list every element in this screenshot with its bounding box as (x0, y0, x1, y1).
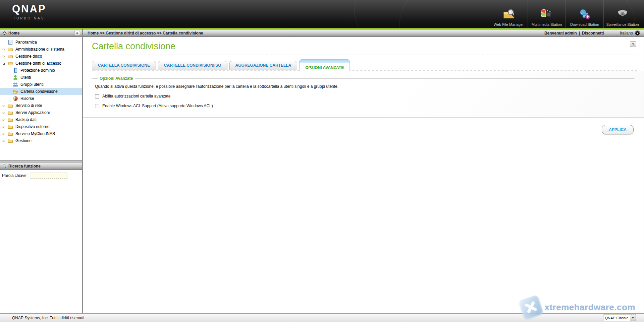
tree-item-label: Backup dati (15, 117, 37, 122)
station-label: Download Station (570, 22, 599, 26)
sidebar-title: Home (8, 31, 19, 36)
tree-item-label: Amministrazione di sistema (15, 47, 64, 52)
overview-icon (8, 40, 13, 45)
users-icon (13, 82, 18, 87)
checkbox-label: Abilita autorizzazioni cartella avanzate (102, 94, 170, 99)
sidebar: Home « Panoramica▷Amministrazione di sis… (0, 29, 83, 313)
turbo-nas-subtitle: TURBO NAS (12, 16, 46, 20)
tree-item-label: Gestione (15, 138, 32, 143)
qnap-logo: QNAP TURBO NAS (0, 0, 46, 28)
navigation-tree: Panoramica▷Amministrazione di sistema▷Ge… (0, 37, 82, 160)
sidebar-item-cartella-condivisione[interactable]: Cartella condivisione (0, 88, 82, 95)
tree-item-label: Utenti (20, 75, 31, 80)
sidebar-item-dispositivo-esterno[interactable]: ▷Dispositivo esterno (0, 123, 82, 130)
tree-item-label: Risorse (20, 96, 34, 101)
collapsed-arrow-icon[interactable]: ▷ (3, 55, 8, 58)
surveillance-station-icon (616, 7, 629, 21)
help-button[interactable]: ? (630, 41, 636, 47)
sidebar-home-header: Home « (0, 29, 82, 37)
sidebar-item-gestione[interactable]: ▷Gestione (0, 137, 82, 144)
tree-item-label: Cartella condivisione (20, 89, 58, 94)
apply-row: APPLICA (83, 118, 644, 134)
tree-item-label: Gestione disco (15, 54, 42, 59)
tab-cartella-condivisione[interactable]: CARTELLA CONDIVISIONE (92, 61, 156, 70)
tree-item-label: Server Applicazioni (15, 110, 50, 115)
station-label: Multimedia Station (532, 22, 562, 26)
function-search-panel: Parola chiave : (0, 170, 82, 313)
sidebar-item-server-applicazioni[interactable]: ▷Server Applicazioni (0, 109, 82, 116)
collapsed-arrow-icon[interactable]: ▷ (3, 118, 8, 121)
welcome-separator: | (579, 31, 580, 36)
chevron-down-icon[interactable]: ▼ (630, 315, 636, 321)
copyright-text: QNAP Systems, Inc. Tutti i diritti riser… (12, 316, 84, 320)
keyword-input[interactable] (30, 173, 67, 179)
download-station-icon (578, 7, 591, 21)
function-search-header: Ricerca funzione (0, 163, 82, 170)
tree-item-label: Servizio MyCloudNAS (15, 131, 55, 136)
home-icon (2, 31, 7, 36)
user-icon (13, 75, 18, 80)
tree-item-label: Servizio di rete (15, 103, 42, 108)
qnap-logo-text: QNAP (12, 4, 46, 14)
tree-item-label: Panoramica (15, 40, 37, 45)
station-web-file-manager[interactable]: Web File Manager (490, 0, 528, 28)
sidebar-item-panoramica[interactable]: Panoramica (0, 39, 82, 46)
station-surveillance-station[interactable]: Surveillance Station (603, 0, 641, 28)
sidebar-item-servizio-mycloudnas[interactable]: ▷Servizio MyCloudNAS (0, 130, 82, 137)
sidebar-item-servizio-di-rete[interactable]: ▷Servizio di rete (0, 102, 82, 109)
tab-opzioni-avanzate[interactable]: OPZIONI AVANZATE (299, 59, 350, 71)
welcome-text: Benvenuti admin (544, 31, 577, 36)
sidebar-item-gestione-diritti-di-accesso[interactable]: ◢Gestione diritti di accesso (0, 60, 82, 67)
collapsed-arrow-icon[interactable]: ▷ (3, 139, 8, 142)
tree-item-label: Protezione dominio (20, 68, 55, 73)
keyword-label: Parola chiave : (2, 173, 29, 179)
station-multimedia-station[interactable]: Multimedia Station (528, 0, 566, 28)
folder-icon (8, 117, 13, 122)
expanded-arrow-icon[interactable]: ◢ (3, 62, 8, 65)
breadcrumb[interactable]: Home >> Gestione diritti di accesso >> C… (88, 31, 203, 36)
chart-icon (13, 96, 18, 101)
sidebar-item-gruppi-utenti[interactable]: Gruppi utenti (0, 81, 82, 88)
apply-button[interactable]: APPLICA (602, 125, 634, 134)
logout-link[interactable]: Disconnetti (582, 31, 604, 36)
folder-icon (8, 124, 13, 129)
folder-icon (8, 54, 13, 59)
sidebar-item-risorse[interactable]: Risorse (0, 95, 82, 102)
footer-bar: QNAP Systems, Inc. Tutti i diritti riser… (0, 313, 644, 322)
web-file-manager-icon (502, 7, 515, 21)
book-icon (13, 68, 18, 73)
checkbox[interactable] (95, 94, 99, 99)
collapsed-arrow-icon[interactable]: ▷ (3, 111, 8, 114)
station-download-station[interactable]: Download Station (566, 0, 603, 28)
options-checkbox-list: Abilita autorizzazioni cartella avanzate… (94, 94, 634, 108)
content-column: Home >> Gestione diritti di accesso >> C… (83, 29, 644, 313)
folder-icon (8, 47, 13, 52)
checkbox[interactable] (95, 104, 99, 108)
options-legend: Opzioni Avanzate (98, 76, 135, 81)
folder-icon (8, 131, 13, 136)
sidebar-item-amministrazione-di-sistema[interactable]: ▷Amministrazione di sistema (0, 46, 82, 53)
folder-icon (8, 103, 13, 108)
option-row-abilita-autorizzazioni-cartella-avanzate: Abilita autorizzazioni cartella avanzate (95, 94, 634, 99)
function-search-title: Ricerca funzione (8, 164, 41, 169)
collapsed-arrow-icon[interactable]: ▷ (3, 125, 8, 128)
sidebar-item-backup-dati[interactable]: ▷Backup dati (0, 116, 82, 123)
sidebar-item-protezione-dominio[interactable]: Protezione dominio (0, 67, 82, 74)
language-dropdown-button[interactable]: ▼ (635, 31, 640, 36)
sidebar-divider (0, 160, 82, 163)
search-icon (2, 164, 7, 169)
tab-cartelle-condivisioniiso[interactable]: CARTELLE CONDIVISIONIISO (158, 61, 227, 70)
station-label: Surveillance Station (606, 22, 639, 26)
collapsed-arrow-icon[interactable]: ▷ (3, 132, 8, 135)
sidebar-collapse-button[interactable]: « (74, 31, 80, 36)
sidebar-item-gestione-disco[interactable]: ▷Gestione disco (0, 53, 82, 60)
tab-aggregazione-cartella[interactable]: AGGREGAZIONE CARTELLA (229, 61, 298, 70)
station-shortcuts: Web File ManagerMultimedia StationDownlo… (490, 0, 641, 28)
title-separator (92, 55, 637, 55)
theme-select[interactable]: QNAP Classic ▼ (603, 315, 636, 321)
sidebar-item-utenti[interactable]: Utenti (0, 74, 82, 81)
option-row-enable-windows-acl-support-attiva-suppor: Enable Windows ACL Support (Attiva suppo… (95, 104, 634, 108)
tree-item-label: Dispositivo esterno (15, 124, 49, 129)
collapsed-arrow-icon[interactable]: ▷ (3, 48, 8, 51)
collapsed-arrow-icon[interactable]: ▷ (3, 104, 8, 107)
